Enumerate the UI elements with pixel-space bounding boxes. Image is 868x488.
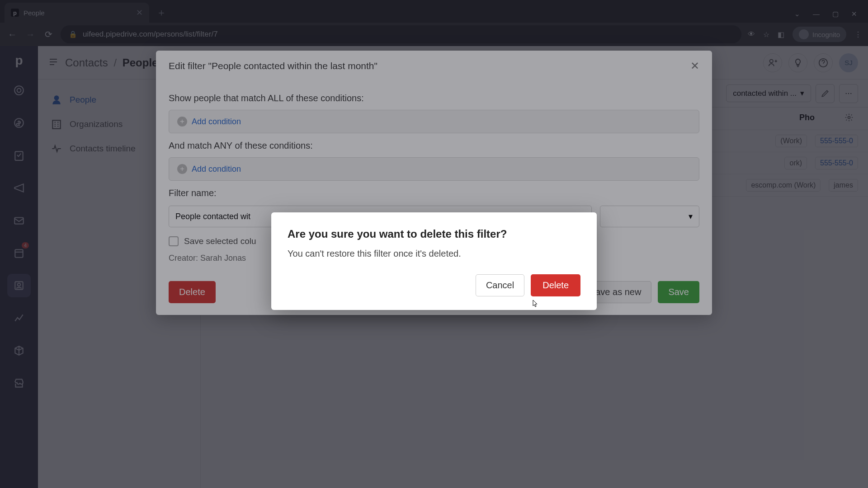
confirm-actions: Cancel Delete (288, 274, 580, 296)
confirm-body: You can't restore this filter once it's … (288, 249, 580, 259)
confirm-delete-button[interactable]: Delete (531, 274, 580, 296)
confirm-delete-dialog: Are you sure you want to delete this fil… (271, 212, 597, 310)
confirm-title: Are you sure you want to delete this fil… (288, 228, 580, 240)
cancel-button[interactable]: Cancel (476, 274, 524, 296)
